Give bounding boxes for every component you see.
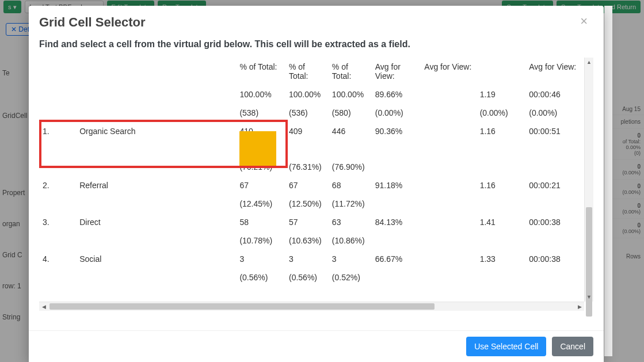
grid-cell[interactable]: 00:00:46 [525,85,593,104]
grid-cell[interactable]: 67 [236,176,285,195]
grid-cell[interactable]: 410 [236,122,285,140]
grid-data-row[interactable]: 1. Organic Search 410 409 446 90.36% 1.1… [39,122,593,140]
grid-cell-selector-modal: Grid Cell Selector × Find and select a c… [29,6,604,362]
grid-cell[interactable]: 84.13% [372,213,421,231]
grid-data-row[interactable]: 3. Direct 58 57 63 84.13% 1.41 00:00:38 [39,213,593,231]
grid-cell[interactable]: (10.63%) [285,231,329,250]
grid-data-row[interactable]: (0.56%) (0.56%) (0.52%) [39,268,593,287]
grid-cell[interactable]: 67 [285,176,329,195]
grid-cell[interactable]: 89.66% [372,85,421,104]
grid-totals-row[interactable]: (538) (536) (580) (0.00%) (0.00%) (0.00%… [39,104,593,122]
col-header[interactable]: % of Total: [285,58,329,85]
modal-instructions: Find and select a cell from the virtual … [39,39,593,49]
grid-table[interactable]: % of Total: % of Total: % of Total: Avg … [39,58,593,287]
row-name[interactable]: Referral [76,176,199,195]
grid-cell[interactable]: (580) [329,104,372,122]
grid-vertical-scrollbar[interactable]: ▲ ▼ [584,58,593,302]
scroll-left-icon[interactable]: ◀ [39,302,48,311]
row-name[interactable]: Organic Search [76,122,199,140]
grid-cell[interactable]: (0.52%) [329,268,372,287]
grid-cell[interactable]: (0.00%) [525,104,593,122]
row-index[interactable]: 3. [39,213,76,231]
grid-data-row[interactable]: (76.21%) (76.31%) (76.90%) [39,158,593,176]
col-header[interactable]: Avg for View: [372,58,421,85]
grid-cell[interactable]: (11.72%) [329,195,372,213]
grid-cell[interactable]: (10.86%) [329,231,372,250]
grid-cell[interactable]: 90.36% [372,122,421,140]
grid-cell[interactable]: 00:00:51 [525,122,593,140]
grid-cell[interactable]: 00:00:38 [525,213,593,231]
grid-cell[interactable]: (12.45%) [236,195,285,213]
scroll-up-icon[interactable]: ▲ [585,58,593,67]
use-selected-cell-button[interactable]: Use Selected Cell [466,337,546,356]
grid-horizontal-scrollbar[interactable]: ◀ ▶ [39,302,584,311]
grid-cell[interactable]: (0.56%) [285,268,329,287]
cancel-button[interactable]: Cancel [552,337,593,356]
grid-cell[interactable]: 1.33 [477,250,526,268]
grid-cell[interactable]: (76.31%) [285,158,329,176]
grid-cell[interactable]: (536) [285,104,329,122]
modal-title: Grid Cell Selector [39,15,578,30]
grid-cell[interactable]: 1.19 [477,85,526,104]
grid-cell[interactable]: (0.00%) [477,104,526,122]
grid-cell[interactable]: (10.78%) [236,231,285,250]
grid-cell[interactable]: (538) [236,104,285,122]
grid-cell[interactable]: 409 [285,122,329,140]
grid-cell[interactable]: 3 [236,250,285,268]
grid-cell[interactable]: 1.16 [477,122,526,140]
grid-data-row[interactable]: (12.45%) (12.50%) (11.72%) [39,195,593,213]
scroll-down-icon[interactable]: ▼ [585,292,593,302]
scroll-right-icon[interactable]: ▶ [575,302,584,311]
grid-cell[interactable]: 3 [329,250,372,268]
grid-cell[interactable]: 57 [285,213,329,231]
col-header[interactable]: Avg for View: [421,58,476,85]
grid-cell[interactable]: 446 [329,122,372,140]
grid-cell[interactable]: 68 [329,176,372,195]
grid-data-row[interactable]: 2. Referral 67 67 68 91.18% 1.16 00:00:2… [39,176,593,195]
row-name[interactable]: Direct [76,213,199,231]
row-index[interactable]: 4. [39,250,76,268]
grid-cell[interactable]: (0.56%) [236,268,285,287]
page-scrollbar[interactable] [604,6,612,356]
row-name[interactable]: Social [76,250,199,268]
modal-footer: Use Selected Cell Cancel [29,330,604,362]
row-index[interactable]: 1. [39,122,76,140]
grid-cell[interactable]: (12.50%) [285,195,329,213]
grid-cell[interactable]: 58 [236,213,285,231]
grid-cell[interactable]: 91.18% [372,176,421,195]
grid-cell[interactable]: 1.16 [477,176,526,195]
grid-cell[interactable]: 3 [285,250,329,268]
grid-cell[interactable]: (0.00%) [372,104,421,122]
virtual-grid[interactable]: % of Total: % of Total: % of Total: Avg … [39,58,593,322]
grid-cell[interactable]: 1.41 [477,213,526,231]
grid-cell[interactable]: 00:00:21 [525,176,593,195]
grid-cell[interactable]: 00:00:38 [525,250,593,268]
grid-cell[interactable]: 63 [329,213,372,231]
close-icon[interactable]: × [578,15,590,28]
grid-cell[interactable]: 100.00% [329,85,372,104]
grid-data-row[interactable] [39,140,593,158]
scroll-thumb[interactable] [49,303,435,310]
grid-totals-row[interactable]: 100.00% 100.00% 100.00% 89.66% 1.19 00:0… [39,85,593,104]
grid-cell[interactable]: 100.00% [285,85,329,104]
col-header[interactable]: Avg for View: [525,58,593,85]
row-index[interactable]: 2. [39,176,76,195]
grid-cell[interactable]: (76.90%) [329,158,372,176]
grid-header-row[interactable]: % of Total: % of Total: % of Total: Avg … [39,58,593,85]
col-header[interactable]: % of Total: [236,58,285,85]
grid-cell[interactable]: 100.00% [236,85,285,104]
grid-cell[interactable]: (76.21%) [236,158,285,176]
grid-data-row[interactable]: (10.78%) (10.63%) (10.86%) [39,231,593,250]
col-header[interactable]: % of Total: [329,58,372,85]
grid-cell[interactable]: 66.67% [372,250,421,268]
grid-data-row[interactable]: 4. Social 3 3 3 66.67% 1.33 00:00:38 [39,250,593,268]
